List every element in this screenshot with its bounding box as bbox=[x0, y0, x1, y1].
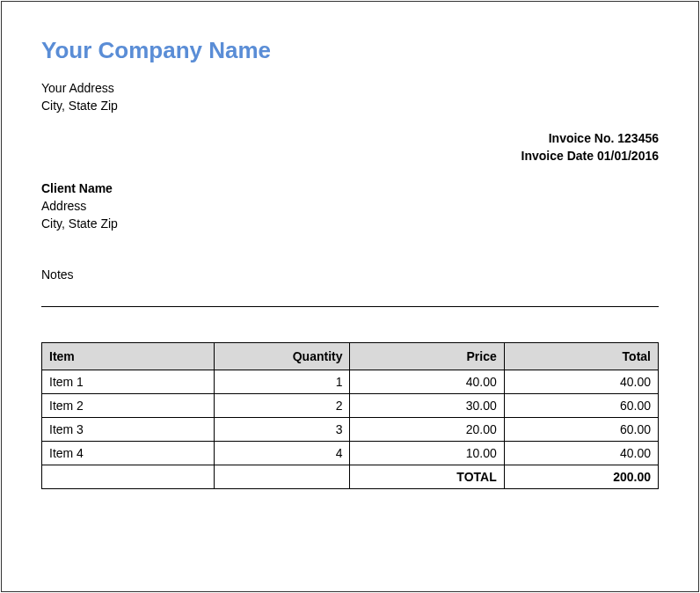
invoice-meta: Invoice No. 123456 Invoice Date 01/01/20… bbox=[41, 130, 659, 165]
cell-item: Item 2 bbox=[42, 394, 215, 418]
total-label: TOTAL bbox=[350, 465, 504, 489]
cell-total: 60.00 bbox=[504, 418, 658, 442]
client-address-line1: Address bbox=[41, 198, 659, 216]
cell-item: Item 4 bbox=[42, 442, 215, 465]
company-address: Your Address City, State Zip bbox=[41, 80, 659, 114]
table-row: Item 3 3 20.00 60.00 bbox=[42, 418, 659, 442]
cell-price: 30.00 bbox=[350, 394, 504, 418]
total-value: 200.00 bbox=[504, 465, 658, 489]
cell-price: 40.00 bbox=[350, 370, 504, 394]
total-empty-1 bbox=[42, 465, 215, 489]
table-row: Item 1 1 40.00 40.00 bbox=[42, 370, 659, 394]
cell-total: 40.00 bbox=[504, 370, 658, 394]
company-address-line1: Your Address bbox=[41, 80, 659, 98]
company-address-line2: City, State Zip bbox=[41, 98, 659, 115]
cell-quantity: 3 bbox=[215, 418, 350, 442]
table-total-row: TOTAL 200.00 bbox=[42, 465, 659, 489]
invoice-date-label: Invoice Date bbox=[521, 149, 594, 163]
cell-quantity: 4 bbox=[215, 442, 350, 465]
cell-item: Item 3 bbox=[42, 418, 215, 442]
cell-price: 10.00 bbox=[350, 442, 504, 465]
invoice-number-value: 123456 bbox=[617, 131, 659, 145]
header-total: Total bbox=[504, 343, 658, 370]
client-block: Client Name Address City, State Zip bbox=[41, 180, 659, 232]
notes-divider bbox=[41, 306, 659, 307]
cell-item: Item 1 bbox=[42, 370, 215, 394]
invoice-date-value: 01/01/2016 bbox=[597, 149, 659, 163]
header-item: Item bbox=[42, 343, 215, 370]
table-row: Item 4 4 10.00 40.00 bbox=[42, 442, 659, 465]
total-empty-2 bbox=[215, 465, 350, 489]
invoice-number-label: Invoice No. bbox=[549, 131, 615, 145]
cell-total: 60.00 bbox=[504, 394, 658, 418]
invoice-date-row: Invoice Date 01/01/2016 bbox=[41, 148, 659, 165]
cell-quantity: 2 bbox=[215, 394, 350, 418]
header-price: Price bbox=[350, 343, 504, 370]
cell-total: 40.00 bbox=[504, 442, 658, 465]
table-header-row: Item Quantity Price Total bbox=[42, 343, 659, 370]
table-row: Item 2 2 30.00 60.00 bbox=[42, 394, 659, 418]
invoice-number-row: Invoice No. 123456 bbox=[41, 130, 659, 148]
header-quantity: Quantity bbox=[215, 343, 350, 370]
cell-price: 20.00 bbox=[350, 418, 504, 442]
client-address-line2: City, State Zip bbox=[41, 216, 659, 233]
company-name: Your Company Name bbox=[41, 37, 659, 64]
notes-label: Notes bbox=[41, 267, 659, 282]
invoice-table: Item Quantity Price Total Item 1 1 40.00… bbox=[41, 342, 659, 489]
client-name: Client Name bbox=[41, 180, 659, 198]
cell-quantity: 1 bbox=[215, 370, 350, 394]
invoice-page: Your Company Name Your Address City, Sta… bbox=[1, 1, 699, 592]
